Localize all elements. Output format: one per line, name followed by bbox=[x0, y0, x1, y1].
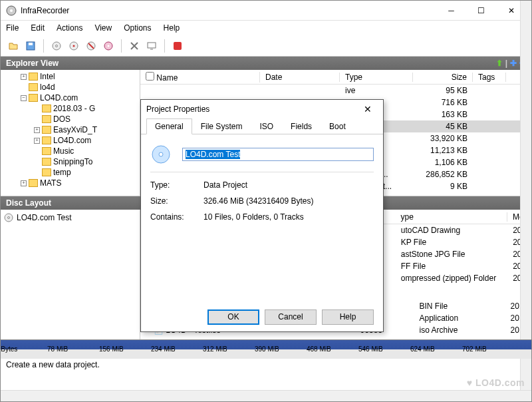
vscrollbar[interactable] bbox=[520, 210, 531, 339]
menu-help[interactable]: Help bbox=[164, 23, 180, 33]
ok-button[interactable]: OK bbox=[207, 309, 259, 325]
project-size: 326.46 MiB (342316409 Bytes) bbox=[203, 196, 313, 206]
cancel-button[interactable]: Cancel bbox=[265, 309, 317, 325]
project-properties-dialog: Project Properties ✕ General File System… bbox=[140, 99, 384, 332]
titlebar: InfraRecorder ─ ☐ ✕ bbox=[1, 1, 531, 21]
help-button[interactable]: Help bbox=[322, 309, 374, 325]
app-icon bbox=[6, 5, 17, 16]
project-name-input[interactable]: LO4D.com Test bbox=[182, 148, 374, 161]
project-type: Data Project bbox=[203, 180, 247, 190]
record-icon[interactable] bbox=[170, 39, 185, 53]
tab-iso[interactable]: ISO bbox=[251, 118, 282, 134]
tree-item[interactable]: +LO4D.com bbox=[2, 135, 138, 146]
file-row[interactable]: ive95 KB bbox=[140, 85, 531, 97]
minimize-button[interactable]: ─ bbox=[436, 1, 466, 20]
disc-icon bbox=[3, 212, 14, 223]
svg-point-7 bbox=[73, 45, 75, 47]
tab-boot[interactable]: Boot bbox=[321, 118, 354, 134]
save-icon[interactable] bbox=[23, 39, 38, 53]
tree-item[interactable]: DOS bbox=[2, 114, 138, 124]
folder-tree[interactable]: +Intello4d−LO4D.com2018.03 - GDOS+EasyXv… bbox=[1, 70, 140, 196]
svg-point-5 bbox=[56, 45, 58, 47]
dialog-close-button[interactable]: ✕ bbox=[358, 104, 378, 114]
dialog-title: Project Properties bbox=[146, 104, 209, 114]
tab-general[interactable]: General bbox=[146, 118, 192, 134]
tree-item[interactable]: SnippingTo bbox=[2, 156, 138, 167]
svg-point-16 bbox=[159, 152, 163, 156]
disc-pink-icon[interactable] bbox=[101, 39, 116, 53]
monitor-icon[interactable] bbox=[144, 39, 159, 53]
project-contains: 10 Files, 0 Folders, 0 Tracks bbox=[203, 212, 304, 222]
window-title: InfraRecorder bbox=[21, 6, 436, 15]
watermark: ♥ LO4D.com bbox=[467, 377, 525, 388]
menu-actions[interactable]: Actions bbox=[57, 23, 82, 33]
project-icon bbox=[150, 144, 172, 165]
disc-red-icon[interactable] bbox=[66, 39, 81, 53]
dialog-tabs: General File System ISO Fields Boot bbox=[141, 118, 383, 134]
svg-rect-11 bbox=[148, 43, 156, 48]
menu-file[interactable]: File bbox=[6, 23, 19, 33]
menu-edit[interactable]: Edit bbox=[31, 23, 45, 33]
capacity-ruler: 0 Bytes78 MiB156 MiB234 MiB312 MiB390 Mi… bbox=[1, 339, 531, 358]
explorer-header: Explorer View ⬆ | ✚ ✚ bbox=[1, 57, 531, 70]
tree-item[interactable]: Music bbox=[2, 146, 138, 156]
tab-fields[interactable]: Fields bbox=[282, 118, 321, 134]
menubar: File Edit Actions View Options Help bbox=[1, 21, 531, 35]
svg-rect-12 bbox=[174, 42, 182, 50]
add-icon[interactable]: ✚ bbox=[510, 59, 517, 68]
disc-cancel-icon[interactable] bbox=[84, 39, 98, 53]
maximize-button[interactable]: ☐ bbox=[466, 1, 496, 20]
tree-item[interactable]: 2018.03 - G bbox=[2, 103, 138, 114]
svg-point-10 bbox=[108, 45, 110, 47]
select-all-checkbox[interactable] bbox=[146, 72, 154, 81]
file-list-header: Name Date Type Size Tags bbox=[140, 70, 531, 85]
disc-icon[interactable] bbox=[49, 39, 64, 53]
tree-item[interactable]: −LO4D.com bbox=[2, 93, 138, 103]
tree-item[interactable]: +MATS bbox=[2, 178, 138, 188]
toolbar bbox=[1, 35, 531, 57]
menu-view[interactable]: View bbox=[94, 23, 112, 33]
project-root[interactable]: LO4D.com Test bbox=[3, 212, 137, 223]
tree-item[interactable]: +Intel bbox=[2, 71, 138, 82]
tab-filesystem[interactable]: File System bbox=[192, 118, 251, 134]
svg-point-1 bbox=[10, 9, 13, 12]
svg-rect-3 bbox=[29, 43, 33, 45]
tree-item[interactable]: temp bbox=[2, 167, 138, 178]
tree-item[interactable]: lo4d bbox=[2, 82, 138, 93]
tools-icon[interactable] bbox=[127, 39, 142, 53]
svg-point-14 bbox=[8, 217, 10, 219]
menu-options[interactable]: Options bbox=[124, 23, 151, 33]
disc-tree[interactable]: LO4D.com Test bbox=[1, 210, 140, 339]
up-icon[interactable]: ⬆ bbox=[496, 59, 503, 68]
open-icon[interactable] bbox=[6, 39, 21, 53]
tree-item[interactable]: +EasyXviD_T bbox=[2, 124, 138, 135]
status-bar: Create a new data project. bbox=[1, 358, 531, 371]
